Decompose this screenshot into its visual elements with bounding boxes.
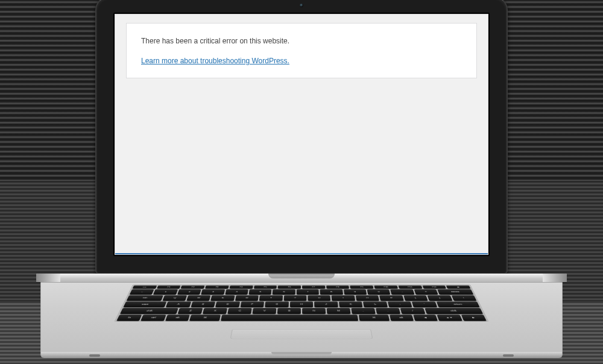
laptop-base: esc F1 F2 F3 F4 F5 F6 F7 F8 F9 F10 F11 F… <box>36 274 567 358</box>
key: E <box>210 295 235 301</box>
keyboard-deck: esc F1 F2 F3 F4 F5 F6 F7 F8 F9 F10 F11 F… <box>40 282 563 352</box>
key: A <box>166 301 191 307</box>
laptop-lid: There has been a critical error on this … <box>95 0 508 274</box>
key: K <box>339 301 363 307</box>
key: esc <box>133 286 157 289</box>
key: C <box>227 308 251 314</box>
key-fn: fn <box>116 315 142 321</box>
key: N <box>302 308 326 314</box>
key: F3 <box>205 286 229 289</box>
key: ] <box>428 295 452 301</box>
key: , <box>351 308 375 314</box>
troubleshoot-link[interactable]: Learn more about troubleshooting WordPre… <box>141 57 289 65</box>
key-arrow-right: ▶ <box>461 315 486 321</box>
key: F7 <box>302 286 325 289</box>
key: F4 <box>229 286 253 289</box>
keyboard: esc F1 F2 F3 F4 F5 F6 F7 F8 F9 F10 F11 F… <box>114 284 489 322</box>
key-row-fn: esc F1 F2 F3 F4 F5 F6 F7 F8 F9 F10 F11 F… <box>133 286 471 289</box>
key: H <box>289 301 313 307</box>
key: O <box>356 295 380 301</box>
key: Q <box>162 295 187 301</box>
key-row-num: ~ 1 2 3 4 5 6 7 8 9 0 - = delete <box>130 289 474 295</box>
key-space <box>221 315 358 321</box>
key-row-mod: fn ctrl alt ⌘ ⌘ alt ◀ ▲▼ ▶ <box>116 315 487 321</box>
screen-bezel: There has been a critical error on this … <box>113 13 490 256</box>
key: ' <box>412 301 437 307</box>
laptop-hinge <box>36 274 567 282</box>
key: Y <box>283 295 306 301</box>
key: D <box>215 301 240 307</box>
key: 6 <box>273 289 295 295</box>
key: 8 <box>320 289 343 295</box>
key: 4 <box>225 289 248 295</box>
key-row-q: tab Q W E R T Y U I O P [ ] \ <box>127 295 477 301</box>
key-cmd: ⌘ <box>359 315 390 321</box>
hinge-notch <box>268 274 335 278</box>
key-cmd: ⌘ <box>189 315 221 321</box>
key: W <box>186 295 211 301</box>
key: ; <box>388 301 412 307</box>
key-ctrl: ctrl <box>140 315 166 321</box>
key: [ <box>403 295 428 301</box>
error-box: There has been a critical error on this … <box>126 23 477 78</box>
key-shift: shift <box>120 308 178 314</box>
key: ~ <box>130 289 154 295</box>
key: 7 <box>297 289 320 295</box>
key: F5 <box>254 286 277 289</box>
key: 0 <box>367 289 391 295</box>
key-delete: delete <box>437 289 473 295</box>
key: B <box>277 308 301 314</box>
key: G <box>265 301 288 307</box>
key: 9 <box>344 289 367 295</box>
key: \ <box>451 295 476 301</box>
key-arrow-left: ◀ <box>413 315 438 321</box>
key: S <box>191 301 215 307</box>
key: P <box>379 295 403 301</box>
key-alt: alt <box>390 315 414 321</box>
key: / <box>400 308 425 314</box>
key: F12 <box>422 286 446 289</box>
key: F8 <box>326 286 350 289</box>
key: ⏏ <box>446 286 470 289</box>
key-shift: shift <box>425 308 483 314</box>
error-message: There has been a critical error on this … <box>141 37 462 45</box>
key: F10 <box>374 286 398 289</box>
key: = <box>414 289 438 295</box>
key: U <box>308 295 330 301</box>
screen: There has been a critical error on this … <box>115 14 488 255</box>
key: F6 <box>278 286 301 289</box>
trackpad <box>230 329 373 339</box>
key-row-z: shift Z X C V B N M , . / shift <box>120 308 483 314</box>
key: F2 <box>181 286 205 289</box>
key-return: return <box>437 301 480 307</box>
laptop-front-edge <box>40 352 563 358</box>
key: I <box>332 295 355 301</box>
key-arrow-updown: ▲▼ <box>437 315 463 321</box>
key-tab: tab <box>127 295 163 301</box>
key: 5 <box>248 289 271 295</box>
key: R <box>235 295 259 301</box>
key: F1 <box>157 286 181 289</box>
key: T <box>259 295 283 301</box>
key: M <box>327 308 351 314</box>
key: 2 <box>177 289 201 295</box>
screen-bottom-highlight <box>115 253 488 254</box>
key-row-a: caps A S D F G H J K L ; ' return <box>123 301 479 307</box>
key: Z <box>178 308 203 314</box>
key: 3 <box>201 289 224 295</box>
key: . <box>376 308 400 314</box>
key: L <box>363 301 388 307</box>
key: 1 <box>153 289 178 295</box>
key: - <box>391 289 415 295</box>
front-notch <box>271 352 332 354</box>
laptop-mockup: There has been a critical error on this … <box>36 0 567 358</box>
key: F9 <box>350 286 374 289</box>
key: J <box>314 301 338 307</box>
key-caps: caps <box>123 301 166 307</box>
key: F11 <box>398 286 422 289</box>
webcam-icon <box>300 4 303 7</box>
key: X <box>203 308 227 314</box>
key: V <box>253 308 277 314</box>
key-alt: alt <box>165 315 190 321</box>
key: F <box>240 301 264 307</box>
